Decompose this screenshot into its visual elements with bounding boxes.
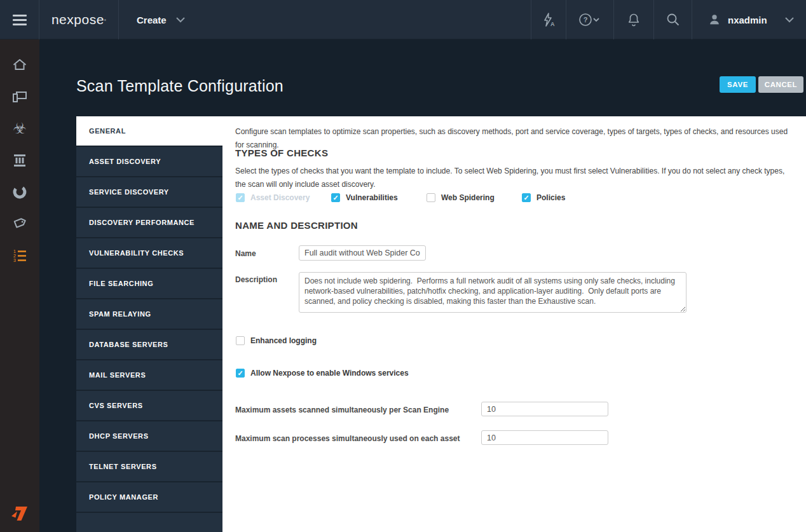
svg-text:?: ? bbox=[584, 16, 588, 24]
policies-checkbox[interactable] bbox=[522, 193, 531, 202]
home-icon bbox=[11, 57, 28, 73]
nav-item-service-discovery[interactable]: SERVICE DISCOVERY bbox=[76, 177, 222, 208]
asset-discovery-label: Asset Discovery bbox=[250, 193, 310, 202]
chevron-down-icon bbox=[175, 17, 186, 23]
allow-windows-services-checkbox[interactable] bbox=[236, 369, 245, 378]
create-menu-button[interactable]: Create bbox=[119, 0, 189, 39]
search-icon bbox=[666, 12, 681, 27]
name-label: Name bbox=[235, 249, 256, 258]
sidebar-item-tags[interactable] bbox=[0, 210, 39, 238]
vulnerabilities-label[interactable]: Vulnerabilities bbox=[346, 193, 398, 202]
page-title: Scan Template Configuration bbox=[76, 77, 283, 95]
sidebar-item-reports[interactable] bbox=[0, 178, 39, 206]
notifications-button[interactable] bbox=[613, 0, 653, 39]
web-spidering-label[interactable]: Web Spidering bbox=[441, 193, 495, 202]
nav-item-spam-relaying[interactable]: SPAM RELAYING bbox=[76, 299, 222, 330]
general-settings-content: Configure scan templates to optimize sca… bbox=[222, 116, 806, 532]
asset-discovery-checkbox bbox=[236, 193, 245, 202]
donut-arc-icon bbox=[11, 184, 28, 200]
name-input[interactable] bbox=[299, 245, 426, 261]
sidebar-item-assets[interactable] bbox=[0, 83, 39, 111]
nav-item-telnet-servers[interactable]: TELNET SERVERS bbox=[76, 452, 222, 482]
check-vulnerabilities[interactable]: Vulnerabilities bbox=[331, 193, 398, 202]
allow-windows-services-row[interactable]: Allow Nexpose to enable Windows services bbox=[236, 369, 409, 378]
types-of-checks-description: Select the types of checks that you want… bbox=[235, 165, 793, 191]
web-spidering-checkbox[interactable] bbox=[427, 193, 435, 202]
types-of-checks-heading: TYPES OF CHECKS bbox=[235, 147, 328, 158]
nav-item-mail-servers[interactable]: MAIL SERVERS bbox=[76, 360, 222, 391]
nav-item-asset-discovery[interactable]: ASSET DISCOVERY bbox=[76, 147, 222, 177]
user-menu-button[interactable]: nxadmin bbox=[692, 0, 806, 39]
svg-text:3: 3 bbox=[13, 258, 16, 263]
sidebar-item-administration[interactable]: 1 2 3 bbox=[0, 242, 39, 269]
svg-text:A: A bbox=[550, 21, 555, 27]
nav-item-cvs-servers[interactable]: CVS SERVERS bbox=[76, 391, 222, 421]
nav-item-general[interactable]: GENERAL bbox=[76, 116, 222, 147]
svg-text:2: 2 bbox=[13, 254, 16, 258]
lightning-a-icon: A bbox=[541, 12, 556, 27]
rapid7-icon bbox=[10, 503, 29, 522]
enhanced-logging-checkbox[interactable] bbox=[236, 336, 245, 345]
app-sidebar: ☣ bbox=[0, 39, 39, 532]
svg-text:1: 1 bbox=[13, 249, 16, 254]
description-textarea[interactable]: Does not include web spidering. Performs… bbox=[299, 272, 686, 313]
logo-mark: ° bbox=[104, 18, 106, 24]
sidebar-item-home[interactable] bbox=[0, 51, 39, 79]
nav-item-file-searching[interactable]: FILE SEARCHING bbox=[76, 269, 222, 299]
max-processes-input[interactable] bbox=[481, 430, 608, 445]
username: nxadmin bbox=[728, 15, 767, 25]
enhanced-logging-row[interactable]: Enhanced logging bbox=[236, 336, 317, 345]
rapid7-logo[interactable] bbox=[10, 503, 31, 523]
nav-item-vulnerability-checks[interactable]: VULNERABILITY CHECKS bbox=[76, 238, 222, 269]
name-description-heading: NAME AND DESCRIPTION bbox=[235, 220, 358, 231]
config-panel: GENERAL ASSET DISCOVERY SERVICE DISCOVER… bbox=[76, 116, 806, 532]
user-icon bbox=[707, 13, 721, 27]
column-icon bbox=[11, 152, 28, 168]
biohazard-icon: ☣ bbox=[13, 121, 27, 136]
sidebar-item-vulnerabilities[interactable]: ☣ bbox=[0, 114, 39, 142]
devices-icon bbox=[11, 88, 28, 105]
hamburger-icon bbox=[13, 15, 27, 25]
help-circle-icon: ? bbox=[577, 12, 603, 27]
cancel-button[interactable]: CANCEL bbox=[758, 76, 803, 93]
description-label: Description bbox=[235, 275, 277, 284]
help-menu-button[interactable]: ? bbox=[566, 0, 613, 39]
nav-item-policy-manager[interactable]: POLICY MANAGER bbox=[76, 482, 222, 513]
enhanced-logging-label[interactable]: Enhanced logging bbox=[250, 336, 317, 345]
tag-icon bbox=[11, 215, 28, 232]
nav-item-dhcp-servers[interactable]: DHCP SERVERS bbox=[76, 421, 222, 452]
nexpose-logo[interactable]: nexpose° bbox=[39, 0, 119, 39]
save-button[interactable]: SAVE bbox=[720, 76, 756, 93]
create-label: Create bbox=[137, 15, 167, 25]
vulnerabilities-checkbox[interactable] bbox=[331, 193, 340, 202]
search-button[interactable] bbox=[653, 0, 692, 39]
automated-actions-button[interactable]: A bbox=[531, 0, 566, 39]
top-bar: nexpose° Create A ? bbox=[0, 0, 806, 39]
sidebar-item-policies[interactable] bbox=[0, 146, 39, 174]
check-web-spidering[interactable]: Web Spidering bbox=[427, 193, 495, 202]
menu-button[interactable] bbox=[0, 0, 39, 39]
allow-windows-services-label[interactable]: Allow Nexpose to enable Windows services bbox=[250, 369, 409, 378]
max-assets-input[interactable] bbox=[481, 402, 608, 416]
max-processes-label: Maximum scan processes simultaneously us… bbox=[235, 434, 460, 443]
config-nav: GENERAL ASSET DISCOVERY SERVICE DISCOVER… bbox=[76, 116, 222, 532]
nav-item-discovery-performance[interactable]: DISCOVERY PERFORMANCE bbox=[76, 208, 222, 238]
bell-icon bbox=[626, 12, 641, 27]
ordered-list-icon: 1 2 3 bbox=[11, 247, 28, 264]
check-asset-discovery: Asset Discovery bbox=[236, 193, 310, 202]
logo-text: nexpose bbox=[51, 12, 104, 27]
max-assets-label: Maximum assets scanned simultaneously pe… bbox=[235, 406, 449, 414]
policies-label[interactable]: Policies bbox=[536, 193, 565, 202]
check-policies[interactable]: Policies bbox=[522, 193, 565, 202]
chevron-down-icon bbox=[784, 17, 795, 23]
nav-item-database-servers[interactable]: DATABASE SERVERS bbox=[76, 330, 222, 360]
